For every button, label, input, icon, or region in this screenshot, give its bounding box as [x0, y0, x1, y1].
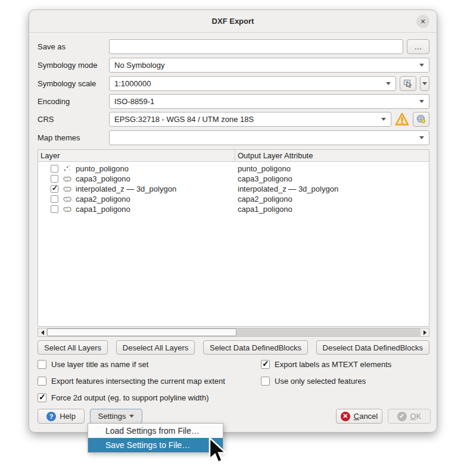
deselect-all-layers-button[interactable]: Deselect All Layers	[116, 340, 195, 355]
map-themes-row: Map themes	[38, 130, 429, 145]
layer-checkbox[interactable]	[51, 185, 58, 193]
menu-item-load-settings[interactable]: Load Settings from File…	[88, 424, 223, 438]
output-attribute-cell[interactable]: capa2_poligono	[235, 195, 429, 203]
encoding-value: ISO-8859-1	[114, 97, 154, 106]
chevron-down-icon	[419, 64, 424, 67]
layer-cell: interpolated_z — 3d_polygon	[38, 184, 235, 193]
layer-checkbox[interactable]	[51, 205, 58, 213]
browse-button[interactable]: …	[407, 39, 429, 54]
encoding-row: Encoding ISO-8859-1	[38, 93, 429, 109]
layer-checkbox[interactable]	[51, 175, 58, 183]
set-scale-from-canvas-button[interactable]	[400, 76, 416, 91]
symbology-scale-label: Symbology scale	[38, 79, 109, 88]
scroll-left-icon	[41, 330, 44, 335]
option-map-extent[interactable]: Export features intersecting the current…	[38, 377, 225, 386]
symbology-mode-label: Symbology mode	[38, 61, 109, 70]
column-header-layer[interactable]: Layer	[38, 150, 235, 161]
checkbox[interactable]	[261, 360, 270, 369]
scrollbar-thumb[interactable]	[47, 328, 236, 336]
option-force-2d[interactable]: Force 2d output (eg. to support polyline…	[38, 393, 208, 402]
map-themes-label: Map themes	[38, 133, 109, 142]
close-icon: ×	[420, 17, 425, 26]
column-header-output[interactable]: Output Layer Attribute	[235, 150, 429, 161]
point-layer-icon	[63, 165, 72, 173]
layer-name: capa2_poligono	[76, 195, 130, 203]
symbology-scale-value: 1:1000000	[114, 79, 151, 88]
help-label: Help	[60, 412, 76, 421]
encoding-select[interactable]: ISO-8859-1	[109, 94, 429, 109]
table-row[interactable]: capa2_poligonocapa2_poligono	[38, 194, 429, 204]
save-as-input[interactable]	[109, 39, 403, 54]
option-label: Force 2d output (eg. to support polyline…	[51, 393, 208, 402]
table-row[interactable]: capa3_poligonocapa3_poligono	[38, 174, 429, 184]
option-layer-title[interactable]: Use layer title as name if set	[38, 360, 148, 369]
crs-select[interactable]: EPSG:32718 - WGS 84 / UTM zone 18S	[109, 112, 391, 127]
map-scale-cursor-icon	[403, 79, 413, 88]
layer-cell: punto_poligono	[38, 164, 235, 173]
option-label: Use layer title as name if set	[51, 360, 148, 369]
polygon-layer-icon	[63, 205, 72, 214]
help-button[interactable]: ? Help	[38, 409, 85, 424]
select-data-defined-blocks-button[interactable]: Select Data DefinedBlocks	[203, 340, 308, 355]
cancel-icon: ✕	[341, 412, 350, 421]
checkbox[interactable]	[38, 393, 46, 402]
layer-cell: capa3_poligono	[38, 174, 235, 183]
layer-name: capa1_poligono	[76, 205, 130, 214]
select-crs-button[interactable]	[413, 112, 429, 127]
layer-name: interpolated_z — 3d_polygon	[76, 184, 176, 193]
option-selected-features[interactable]: Use only selected features	[261, 377, 366, 386]
output-attribute-cell[interactable]: capa3_poligono	[235, 174, 429, 183]
cancel-button[interactable]: ✕ Cancel	[336, 409, 382, 424]
scroll-right-button[interactable]	[420, 328, 429, 336]
cancel-label: Cancel	[354, 412, 378, 421]
horizontal-scrollbar[interactable]	[38, 328, 429, 337]
layer-checkbox[interactable]	[51, 195, 58, 203]
select-all-layers-button[interactable]: Select All Layers	[38, 340, 108, 355]
title-bar: DXF Export ×	[29, 10, 437, 33]
scale-options-dropdown-button[interactable]	[420, 76, 429, 91]
scroll-right-icon	[423, 330, 426, 335]
checkbox[interactable]	[38, 377, 46, 386]
ok-button[interactable]: ✓ OK	[388, 409, 431, 424]
settings-button[interactable]: Settings	[90, 409, 142, 424]
settings-label: Settings	[98, 412, 126, 421]
checkbox[interactable]	[38, 360, 46, 369]
ok-icon: ✓	[397, 412, 407, 421]
mouse-cursor	[208, 437, 229, 466]
ok-label: OK	[410, 412, 422, 421]
output-attribute-cell[interactable]: capa1_poligono	[235, 205, 429, 214]
chevron-down-icon	[129, 415, 134, 418]
crs-label: CRS	[38, 115, 109, 124]
symbology-scale-row: Symbology scale 1:1000000	[38, 76, 429, 91]
option-label: Export features intersecting the current…	[51, 377, 225, 386]
table-row[interactable]: interpolated_z — 3d_polygoninterpolated_…	[38, 184, 429, 194]
symbology-mode-value: No Symbology	[114, 61, 165, 70]
symbology-mode-select[interactable]: No Symbology	[109, 58, 429, 73]
layer-checkbox[interactable]	[51, 165, 58, 173]
table-row[interactable]: punto_poligonopunto_poligono	[38, 164, 429, 174]
table-row[interactable]: capa1_poligonocapa1_poligono	[38, 204, 429, 214]
deselect-data-defined-blocks-button[interactable]: Deselect Data DefinedBlocks	[316, 340, 429, 355]
settings-menu: Load Settings from File… Save Settings t…	[88, 423, 223, 453]
chevron-down-icon	[422, 82, 427, 85]
layer-table-header: Layer Output Layer Attribute	[38, 150, 429, 162]
scroll-left-button[interactable]	[38, 328, 46, 336]
symbology-scale-combobox[interactable]: 1:1000000	[109, 76, 396, 91]
option-mtext-labels[interactable]: Export labels as MTEXT elements	[261, 360, 391, 369]
layer-table-body: punto_poligonopunto_poligonocapa3_poligo…	[38, 162, 429, 214]
checkbox[interactable]	[261, 377, 270, 386]
layer-cell: capa2_poligono	[38, 195, 235, 203]
selection-button-row: Select All Layers Deselect All Layers Se…	[38, 340, 429, 355]
crs-row: CRS EPSG:32718 - WGS 84 / UTM zone 18S	[38, 111, 429, 127]
map-themes-select[interactable]	[109, 130, 429, 145]
close-button[interactable]: ×	[416, 15, 429, 28]
chevron-down-icon	[419, 100, 424, 103]
polygon-layer-icon	[63, 185, 72, 193]
layer-name: capa3_poligono	[76, 174, 130, 183]
output-attribute-cell[interactable]: punto_poligono	[235, 164, 429, 173]
chevron-down-icon	[381, 118, 386, 121]
save-as-label: Save as	[38, 42, 109, 51]
output-attribute-cell[interactable]: interpolated_z — 3d_polygon	[235, 184, 429, 193]
chevron-down-icon	[419, 136, 424, 139]
menu-item-save-settings[interactable]: Save Settings to File…	[88, 438, 223, 452]
